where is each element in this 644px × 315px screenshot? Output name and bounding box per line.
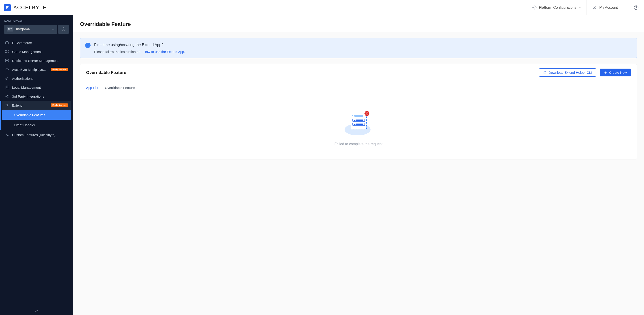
my-account-label: My Account [599,5,618,9]
sidebar-item-extend[interactable]: Extend Early Access [2,101,71,110]
sidebar-item-label: Game Management [12,50,68,54]
platform-configurations-menu[interactable]: Platform Configurations [526,0,586,15]
namespace-name: mygame [16,27,49,31]
sidebar-item-ecommerce[interactable]: E-Commerce [2,38,71,47]
sidebar-item-label: Legal Management [12,86,68,89]
sidebar-subitem-overridable-features[interactable]: Overridable Features [2,110,71,120]
svg-rect-33 [356,119,363,121]
logo-icon [4,4,11,11]
chevron-down-icon [620,6,623,9]
sidebar-item-custom-features[interactable]: Custom Features (Accelbyte) [2,130,71,139]
cart-icon [5,41,9,45]
panel-title: Overridable Feature [86,70,539,75]
chevron-down-icon [578,6,581,9]
empty-state-message: Failed to complete the request [80,142,636,146]
plus-icon [604,71,607,74]
info-icon: i [85,43,90,48]
page-title: Overridable Feature [73,15,644,32]
tab-app-list[interactable]: App List [86,86,98,93]
svg-point-23 [6,104,7,105]
svg-point-29 [352,115,353,116]
sidebar-item-multiplayer[interactable]: AccelByte Multiplaye... Early Access [2,65,71,74]
sidebar-item-label: Extend [12,103,48,107]
feature-panel: Overridable Feature Download Extend Help… [80,64,637,160]
chevron-double-left-icon [34,309,38,313]
download-cli-button[interactable]: Download Extend Helper CLI [539,68,596,77]
info-banner-link[interactable]: How to use the Extend App. [144,50,185,54]
svg-point-35 [354,124,355,125]
namespace-selector[interactable]: MY mygame [4,25,57,34]
brand-name: ACCELBYTE [14,5,47,10]
namespace-selector-row: MY mygame [0,25,73,37]
svg-line-19 [6,95,8,96]
svg-point-4 [63,29,64,30]
panel-header: Overridable Feature Download Extend Help… [80,64,636,81]
sidebar-item-label: AccelByte Multiplaye... [12,68,48,71]
svg-point-18 [8,97,8,98]
svg-rect-30 [354,115,363,117]
info-banner: i First time using/creating the Extend A… [80,38,637,58]
sidebar-item-authorizations[interactable]: Authorizations [2,74,71,83]
tab-label: Overridable Features [105,86,136,90]
svg-rect-9 [8,52,8,53]
svg-point-32 [354,120,355,121]
sidebar-item-3rd-party[interactable]: 3rd Party Integrations [2,92,71,101]
content-area: i First time using/creating the Extend A… [73,32,644,166]
early-access-badge: Early Access [51,68,68,71]
sidebar-item-label: Authorizations [12,77,68,80]
namespace-settings-button[interactable] [58,25,69,34]
platform-configurations-label: Platform Configurations [539,5,576,9]
sidebar-item-legal[interactable]: Legal Management [2,83,71,92]
cloud-icon [5,67,9,71]
grid-icon [5,50,9,54]
svg-point-16 [6,96,6,97]
chevron-down-icon [52,28,54,31]
sidebar-item-label: Custom Features (Accelbyte) [12,133,68,137]
svg-rect-11 [5,61,8,62]
svg-point-17 [8,95,8,96]
namespace-badge: MY [7,27,14,31]
sidebar-item-label: 3rd Party Integrations [12,94,68,98]
gear-icon [532,5,537,10]
svg-line-20 [6,96,8,97]
early-access-badge: Early Access [51,103,68,107]
info-body: First time using/creating the Extend App… [94,43,632,54]
sidebar-collapse-button[interactable] [0,307,73,315]
info-banner-title: First time using/creating the Extend App… [94,43,632,47]
tabs: App List Overridable Features [80,81,636,93]
tab-label: App List [86,86,98,90]
svg-rect-36 [356,124,363,125]
sidebar-nav: E-Commerce Game Management Dedicated Ser… [0,37,73,307]
sidebar-item-label: E-Commerce [12,41,68,45]
svg-rect-7 [8,50,8,51]
svg-rect-6 [5,50,6,51]
sidebar-subitem-label: Event Handler [14,123,35,127]
extend-subnav: Overridable Features Event Handler [2,110,71,130]
svg-rect-8 [5,52,6,53]
svg-point-24 [7,106,8,106]
empty-state-illustration [343,109,374,136]
create-new-button[interactable]: Create New [600,69,631,76]
sidebar-item-dedicated-server[interactable]: Dedicated Server Management [2,56,71,65]
svg-point-2 [634,5,638,9]
main-content: Overridable Feature i First time using/c… [73,15,644,315]
document-icon [5,85,9,89]
sidebar-subitem-event-handler[interactable]: Event Handler [2,120,71,130]
external-link-icon [543,71,547,74]
sidebar-item-game-management[interactable]: Game Management [2,47,71,56]
help-button[interactable] [628,0,644,15]
empty-state: Failed to complete the request [80,93,636,160]
sidebar-item-label: Dedicated Server Management [12,59,68,62]
help-icon [634,5,639,10]
tab-overridable-features[interactable]: Overridable Features [105,86,136,93]
create-new-label: Create New [609,71,627,74]
header-right: Platform Configurations My Account [526,0,644,15]
my-account-menu[interactable]: My Account [586,0,628,15]
namespace-label: NAMESPACE [0,15,73,25]
server-icon [5,58,9,62]
user-icon [592,5,597,10]
svg-point-0 [534,7,535,8]
top-header: ACCELBYTE Platform Configurations My Acc… [0,0,644,15]
svg-rect-5 [5,42,8,44]
info-banner-sub: Please follow the instruction on How to … [94,50,632,54]
